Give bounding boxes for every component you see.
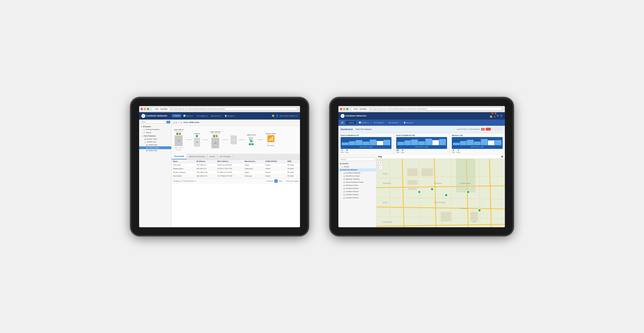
mini-chart-sm xyxy=(397,138,446,145)
cell-mac: CC:7B:E9:15:7D:6B xyxy=(216,174,243,178)
sidebar-section-system[interactable]: ▽ ⚙ System xyxy=(139,125,171,128)
alarm-bar xyxy=(486,128,503,131)
sidebar-item-eplmp-sm2[interactable]: ■ ePlMP-SM2 xyxy=(139,149,171,152)
table-row: Router computer 192.168.12.18 70:4B:F7:C… xyxy=(172,170,300,174)
sidebar-item-cnpilot[interactable]: ■ cnPilot-Station xyxy=(139,146,171,149)
svg-text:Norfort: Norfort xyxy=(383,173,387,174)
maximize-dot[interactable] xyxy=(147,108,149,110)
map-marker-1[interactable]: ● xyxy=(418,190,421,194)
right-close-dot[interactable] xyxy=(340,108,342,110)
refresh-btn[interactable]: ↺ xyxy=(178,122,180,124)
right-sidebar-cambium[interactable]: ⊡ Cambium Networks xyxy=(338,171,376,175)
close-dot[interactable] xyxy=(141,108,143,110)
right-sidebar-des-plaines[interactable]: ⊡ Des Pla'nes Tower xyxy=(338,175,376,178)
system-icon: ⚙ xyxy=(340,163,341,165)
toolbar-title: Tools: ePlMP status xyxy=(183,122,199,123)
nav-manage[interactable]: 📋 Manage ▾ xyxy=(223,114,236,117)
cell-mfr: Apple xyxy=(243,163,264,167)
right-url-bar[interactable]: https://test-ap-sm-1.cloud.cambiumnetwor… xyxy=(372,107,502,111)
device-throughput-1: Throughput xyxy=(176,149,181,151)
logo-icon: C xyxy=(141,114,145,118)
nav-monitor[interactable]: 📊 Monitor ▾ xyxy=(182,114,194,117)
map-marker-3[interactable] xyxy=(444,193,448,197)
map-marker-4[interactable] xyxy=(466,190,470,194)
grid-icon[interactable]: ⊞ xyxy=(340,120,345,125)
critical-label: Critical Alarms: xyxy=(469,128,480,130)
user-icon[interactable]: 👤 xyxy=(276,114,279,117)
map-expand-icon[interactable]: ⊞ xyxy=(501,155,503,158)
tab-network-connectivity[interactable]: Network Connectivity xyxy=(187,154,207,159)
dashboard-subtitle: Field Test Network xyxy=(355,128,371,130)
settings-icon[interactable]: ⚙ xyxy=(497,114,499,117)
right-nav-configure[interactable]: ⚙ Configure ▾ xyxy=(371,121,386,124)
right-sidebar-rosemont[interactable]: ⊡ Rosemont Tower xyxy=(338,184,376,187)
fwd-btn[interactable]: ▶ xyxy=(176,122,177,124)
sidebar-item-default[interactable]: ▷ default xyxy=(139,131,171,134)
sidebar-item-eplmp-sm1[interactable]: ■ ePlMP-SM1 xyxy=(139,144,171,146)
cell-risk: 55 Gbits xyxy=(286,170,300,174)
next-btn[interactable]: Next xyxy=(279,180,282,182)
url-bar[interactable]: https://test-ap-sm-1.cloud.cambiumnetwor… xyxy=(172,107,297,111)
right-sidebar-mount-prospect[interactable]: ⊡ Mount Prospecot Tower xyxy=(338,181,376,184)
zoom-out-btn[interactable]: − xyxy=(379,165,383,169)
nav-operate[interactable]: ▶ Operate ▾ xyxy=(210,114,222,117)
down-val-wlan: 1 xyxy=(457,149,460,151)
right-sidebar-device-2[interactable]: ⊡ Cambium Device xyxy=(338,190,376,193)
sm2-label: ePlMP-SM2 xyxy=(148,150,157,151)
bar xyxy=(404,140,411,145)
sidebar-item-eplmp[interactable]: ▷ ePlMP units xyxy=(139,140,171,144)
motorola-icon: ⊡ xyxy=(343,178,345,180)
cell-office: Polaris xyxy=(264,174,286,178)
user-icon-right[interactable]: 👤 xyxy=(500,114,503,117)
right-sidebar-motorola[interactable]: ⊡ Motorola Solutions xyxy=(338,178,376,181)
sidebar-section-sf[interactable]: ▽ San Francisco xyxy=(139,134,171,138)
tab-alarms[interactable]: Alarms xyxy=(207,154,218,159)
alert-icon[interactable]: ⚠ xyxy=(494,115,496,118)
prev-btn[interactable]: Previous xyxy=(266,180,273,182)
sidebar-search-input[interactable] xyxy=(140,121,166,124)
right-sidebar-device-1[interactable]: ⊡ Cambium Device xyxy=(338,187,376,190)
right-sidebar-section-system[interactable]: ⚙ System xyxy=(338,162,376,165)
router-label: ePMP PTP BI xyxy=(247,134,256,136)
minimize-dot[interactable] xyxy=(144,108,146,110)
col-name: Name xyxy=(172,160,195,163)
bar xyxy=(363,142,369,145)
back-btn[interactable]: ◀ xyxy=(173,122,175,124)
grid-btn[interactable]: ⊞ xyxy=(181,122,182,124)
svg-text:Elk Grove Village: Elk Grove Village xyxy=(434,202,445,203)
page-1-btn[interactable]: 1 xyxy=(274,179,278,183)
sidebar-search-button[interactable]: 🔍 xyxy=(167,121,170,124)
sidebar-item-stewart[interactable]: ■ Stewart Tower xyxy=(139,138,171,140)
zoom-in-btn[interactable]: + xyxy=(379,161,383,165)
device-status-1 xyxy=(176,133,181,135)
right-nav-home[interactable]: ⌂ Home xyxy=(346,121,356,124)
right-search-input[interactable] xyxy=(339,158,375,161)
right-sidebar-device-3[interactable]: ⊡ Cambium Device xyxy=(338,193,376,196)
router-status xyxy=(249,143,253,145)
tree-icon2: ▷ xyxy=(144,132,145,134)
right-sidebar-device-4[interactable]: ⊡ Cambium Device xyxy=(338,196,376,199)
rosemont-label: Rosemont Tower xyxy=(346,184,358,186)
right-maximize-dot[interactable] xyxy=(346,108,348,110)
bar xyxy=(356,140,362,145)
right-sidebar-field-test[interactable]: ⚙ Field Test Network xyxy=(338,168,376,171)
nav-home[interactable]: ⌂ Home xyxy=(172,114,181,117)
alarm-box: Last 24 hours: Critical Alarms: 0 xyxy=(457,128,503,131)
bell-icon-1[interactable]: 🔔 xyxy=(490,115,492,118)
map-container[interactable]: Norfort Streamwood Bartlett Carpentersvi… xyxy=(376,159,505,227)
bell-icon[interactable]: 🔔 xyxy=(272,114,275,117)
nav-configure[interactable]: ⚙ Configure ▾ xyxy=(195,114,209,117)
right-nav-manage[interactable]: 📋 Manage ▾ xyxy=(401,121,416,124)
right-nav-operate[interactable]: ▶ Operate ▾ xyxy=(387,121,401,124)
browser-tab[interactable]: CNS - NavMan xyxy=(152,107,170,111)
cnpilot-label: cnPilot-Station xyxy=(148,147,159,149)
right-nav-monitor[interactable]: 📊 Monitor ▾ xyxy=(357,121,371,124)
tab-client-health[interactable]: Client Health xyxy=(172,154,187,159)
right-minimize-dot[interactable] xyxy=(343,108,345,110)
des-plaines-label: Des Pla'nes Tower xyxy=(346,175,360,177)
right-search-area xyxy=(338,155,376,162)
sidebar-item-routing[interactable]: ▷ Routing Headlines xyxy=(139,128,171,131)
right-sidebar-default[interactable]: ▷ default xyxy=(338,165,376,168)
right-browser-tab[interactable]: CNS - NavMan xyxy=(351,107,369,111)
tab-wifi-analyzer[interactable]: Wi-Fi Analyzer xyxy=(218,154,233,159)
